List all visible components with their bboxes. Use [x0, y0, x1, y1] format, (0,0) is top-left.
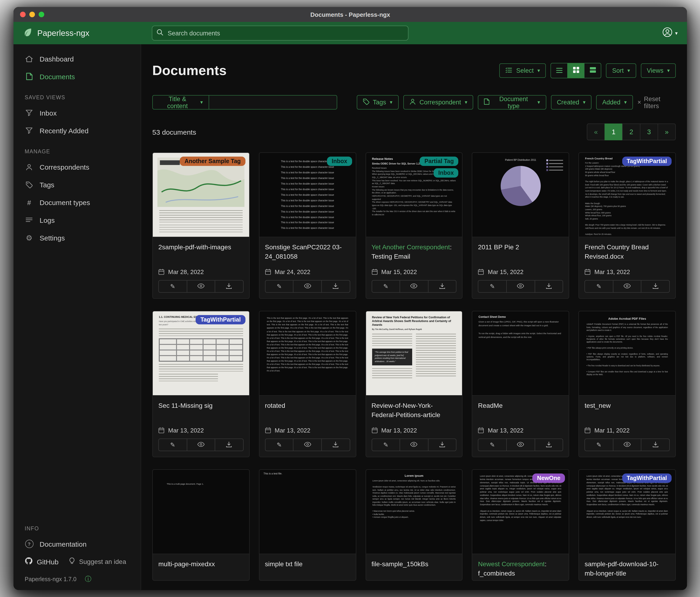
document-card[interactable]: Lorem ipsum Lorem ipsum dolor sit amet, …	[365, 470, 463, 580]
added-filter-button[interactable]: Added ▾	[596, 95, 633, 110]
edit-button[interactable]: ✎	[158, 439, 187, 451]
document-title[interactable]: 2sample-pdf-with-images	[153, 237, 249, 254]
sidebar-item-inbox[interactable]: Inbox	[14, 104, 141, 122]
tag-badge[interactable]: Inbox	[327, 157, 352, 166]
preview-button[interactable]	[186, 439, 215, 451]
download-button[interactable]	[215, 280, 243, 293]
download-button[interactable]	[641, 439, 670, 451]
document-title[interactable]: French Country Bread Revised.docx	[579, 237, 675, 263]
sort-button[interactable]: Sort ▾	[606, 63, 636, 78]
document-card[interactable]: Another Sample Tag 2sample-pdf-with-imag…	[152, 152, 250, 299]
document-title[interactable]: test_new	[579, 396, 675, 412]
document-card[interactable]: Patient BP Distribution 2011 2011 BP Pie…	[472, 152, 569, 299]
tag-badge[interactable]: Partial Tag	[420, 157, 458, 166]
tag-badge[interactable]: NewOne	[532, 474, 565, 483]
grid-view-button[interactable]	[568, 63, 585, 78]
sidebar-item-logs[interactable]: Logs	[14, 211, 141, 229]
document-title[interactable]: Sec 11-Missing sig	[153, 396, 249, 412]
document-thumbnail[interactable]: Patient BP Distribution 2011	[473, 153, 569, 237]
title-content-dropdown[interactable]: Title & content ▾	[152, 95, 209, 110]
global-search[interactable]	[152, 26, 408, 41]
sidebar-item-documentation[interactable]: ? Documentation	[14, 535, 141, 553]
correspondent-filter-button[interactable]: Correspondent ▾	[403, 95, 473, 110]
preview-button[interactable]	[506, 439, 535, 451]
document-title[interactable]: Review-of-New-York-Federal-Petitions-art…	[366, 396, 462, 421]
pagination-page-2[interactable]: 2	[622, 123, 641, 140]
preview-button[interactable]	[613, 280, 642, 293]
preview-button[interactable]	[400, 280, 428, 293]
sidebar-item-correspondents[interactable]: Correspondents	[14, 158, 141, 176]
views-button[interactable]: Views ▾	[641, 63, 676, 78]
edit-button[interactable]: ✎	[158, 280, 187, 293]
document-thumbnail[interactable]: This is the text that appears on the fir…	[259, 311, 356, 396]
search-input[interactable]	[167, 29, 404, 37]
document-thumbnail[interactable]: Adobe Acrobat PDF Files Adobe® Portable …	[579, 311, 675, 396]
document-title[interactable]: Yet Another Correspondent: Testing Email	[366, 237, 462, 263]
sidebar-item-tags[interactable]: Tags	[14, 176, 141, 193]
download-button[interactable]	[215, 439, 243, 451]
document-thumbnail[interactable]: This is a test file.	[259, 470, 356, 554]
sidebar-item-recently-added[interactable]: Recently Added	[14, 122, 141, 139]
pagination-next-button[interactable]: »	[658, 123, 676, 140]
document-title[interactable]: Newest Correspondent: f_combineds	[473, 554, 569, 580]
reset-filters-button[interactable]: × Reset filters	[638, 95, 676, 109]
preview-button[interactable]	[293, 280, 322, 293]
tag-badge[interactable]: TagWithPartial	[622, 474, 672, 483]
download-button[interactable]	[641, 280, 670, 293]
document-card[interactable]: This is a multi page document. Page 1. m…	[152, 470, 250, 580]
document-card[interactable]: 1.1. CONTINUING MEDICAL EDUCA Have you p…	[152, 311, 250, 457]
document-card[interactable]: Lorem ipsum dolor sit amet, consectetur …	[472, 470, 569, 580]
tag-badge[interactable]: Another Sample Tag	[180, 157, 245, 166]
pagination-page-1[interactable]: 1	[604, 123, 623, 140]
zoom-window-button[interactable]	[39, 11, 44, 17]
document-thumbnail[interactable]: This is a multi page document. Page 1.	[153, 470, 249, 554]
document-thumbnail[interactable]: Lorem ipsum dolor sit amet, consectetur …	[473, 470, 569, 554]
document-card[interactable]: This is a test file. simple txt file	[259, 470, 356, 580]
edit-button[interactable]: ✎	[478, 280, 507, 293]
document-card[interactable]: This is the text that appears on the fir…	[259, 311, 356, 457]
preview-button[interactable]	[293, 439, 322, 451]
document-thumbnail[interactable]: French Country Bread For the Leaven: 1 h…	[579, 153, 675, 237]
tags-filter-button[interactable]: Tags ▾	[356, 95, 398, 110]
document-title[interactable]: rotated	[259, 396, 356, 412]
list-view-button[interactable]	[551, 63, 568, 78]
document-card[interactable]: Contact Sheet Demo Given a set of image …	[472, 311, 569, 457]
document-card[interactable]: Release Notes Simba ODBC Driver for SQL …	[365, 152, 463, 299]
sidebar-item-suggest-idea[interactable]: Suggest an idea	[69, 557, 126, 566]
document-thumbnail[interactable]: 1.1. CONTINUING MEDICAL EDUCA Have you p…	[153, 311, 249, 396]
preview-button[interactable]	[613, 439, 642, 451]
edit-button[interactable]: ✎	[584, 439, 613, 451]
preview-button[interactable]	[400, 439, 428, 451]
edit-button[interactable]: ✎	[478, 439, 507, 451]
large-cards-view-button[interactable]	[584, 63, 601, 78]
download-button[interactable]	[321, 439, 350, 451]
document-thumbnail[interactable]: Release Notes Simba ODBC Driver for SQL …	[366, 153, 462, 237]
document-card[interactable]: Review of New York Federal Petitions for…	[365, 311, 463, 457]
document-thumbnail[interactable]: Lorem ipsum dolor sit amet, consectetur …	[579, 470, 675, 554]
document-correspondent[interactable]: Yet Another Correspondent	[371, 243, 450, 251]
document-thumbnail[interactable]: Review of New York Federal Petitions for…	[366, 311, 462, 396]
document-title[interactable]: sample-pdf-download-10-mb-longer-title	[579, 554, 675, 580]
download-button[interactable]	[428, 280, 457, 293]
download-button[interactable]	[534, 439, 563, 451]
pagination-page-3[interactable]: 3	[640, 123, 658, 140]
document-correspondent[interactable]: Newest Correspondent	[478, 560, 545, 568]
document-title[interactable]: simple txt file	[259, 554, 356, 571]
edit-button[interactable]: ✎	[371, 280, 400, 293]
close-window-button[interactable]	[20, 11, 26, 17]
document-card[interactable]: Adobe Acrobat PDF Files Adobe® Portable …	[578, 311, 676, 457]
edit-button[interactable]: ✎	[584, 280, 613, 293]
edit-button[interactable]: ✎	[265, 439, 294, 451]
tag-badge[interactable]: TagWithPartial	[196, 315, 246, 325]
brand[interactable]: Paperless-ngx	[23, 27, 152, 39]
download-button[interactable]	[321, 280, 350, 293]
document-thumbnail[interactable]: Another Sample Tag	[153, 153, 249, 237]
minimize-window-button[interactable]	[29, 11, 35, 17]
edit-button[interactable]: ✎	[371, 439, 400, 451]
select-button[interactable]: Select ▾	[500, 63, 546, 78]
document-card[interactable]: This is a test for the double space char…	[259, 152, 356, 299]
sidebar-item-github[interactable]: GitHub	[25, 557, 58, 566]
created-filter-button[interactable]: Created ▾	[551, 95, 592, 110]
sidebar-item-document-types[interactable]: # Document types	[14, 193, 141, 211]
document-title[interactable]: file-sample_150kBs	[366, 554, 462, 571]
